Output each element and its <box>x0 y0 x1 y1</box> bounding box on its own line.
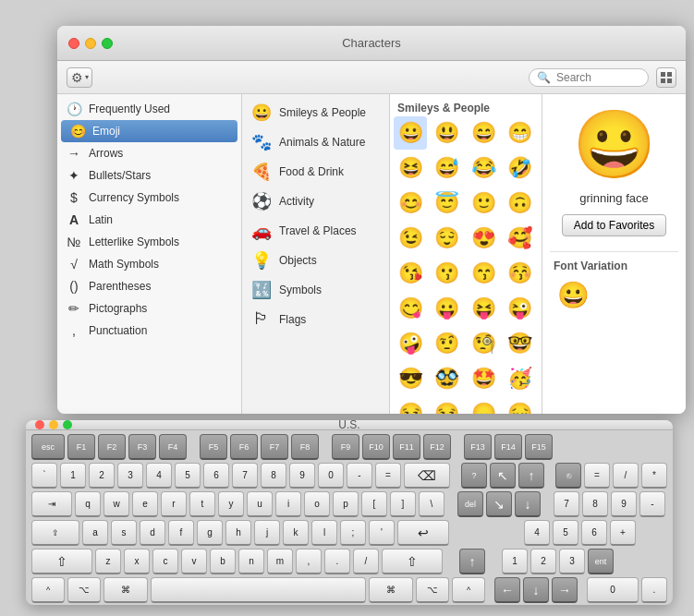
gear-button[interactable]: ⚙ ▾ <box>67 67 92 88</box>
key-num-plus[interactable]: + <box>610 520 636 546</box>
key-f15[interactable]: F15 <box>525 434 553 460</box>
category-activity[interactable]: ⚽ Activity <box>242 187 389 216</box>
emoji-cell[interactable]: 😝 <box>467 292 500 325</box>
emoji-cell[interactable]: 😌 <box>431 222 464 255</box>
emoji-cell[interactable]: 🤩 <box>467 362 500 395</box>
emoji-cell[interactable]: 😙 <box>467 257 500 290</box>
key-backslash[interactable]: \ <box>419 491 444 517</box>
key-x[interactable]: x <box>124 549 150 574</box>
key-f11[interactable]: F11 <box>393 434 420 460</box>
emoji-cell[interactable]: 😃 <box>431 116 464 150</box>
emoji-cell[interactable]: 😊 <box>394 187 427 220</box>
key-q[interactable]: q <box>75 491 101 517</box>
kb-close-button[interactable] <box>35 420 44 429</box>
kb-minimize-button[interactable] <box>49 420 58 429</box>
key-num-2[interactable]: 2 <box>530 549 556 574</box>
category-flags[interactable]: 🏳 Flags <box>242 305 389 333</box>
search-input[interactable] <box>556 71 640 84</box>
key-enter[interactable]: ↩ <box>397 520 449 546</box>
key-del[interactable]: del <box>457 491 483 517</box>
key-j[interactable]: j <box>254 520 280 546</box>
key-5[interactable]: 5 <box>175 463 201 489</box>
key-rbracket[interactable]: ] <box>390 491 416 517</box>
emoji-cell[interactable]: 🥳 <box>504 362 537 395</box>
key-f14[interactable]: F14 <box>494 434 522 460</box>
key-num-star[interactable]: * <box>641 463 667 489</box>
emoji-cell[interactable]: 😋 <box>394 292 427 325</box>
key-num-3[interactable]: 3 <box>559 549 585 574</box>
key-f6[interactable]: F6 <box>230 434 258 460</box>
emoji-cell[interactable]: 🙃 <box>504 187 537 220</box>
key-capslock[interactable]: ⇪ <box>31 520 79 546</box>
key-period[interactable]: . <box>324 549 350 574</box>
key-tab[interactable]: ⇥ <box>31 491 72 517</box>
key-lalt[interactable]: ⌥ <box>67 577 101 603</box>
sidebar-item-math[interactable]: √ Math Symbols <box>57 253 241 275</box>
key-y[interactable]: y <box>218 491 244 517</box>
key-esc[interactable]: esc <box>31 434 65 460</box>
key-f[interactable]: f <box>168 520 194 546</box>
emoji-cell[interactable]: 😁 <box>504 116 537 150</box>
key-ralt[interactable]: ⌥ <box>416 577 449 603</box>
key-lbracket[interactable]: [ <box>361 491 387 517</box>
category-symbols[interactable]: 🔣 Symbols <box>242 275 389 305</box>
key-3[interactable]: 3 <box>117 463 143 489</box>
key-f1[interactable]: F1 <box>67 434 95 460</box>
key-num-4[interactable]: 4 <box>524 520 550 546</box>
emoji-cell[interactable]: 😜 <box>504 292 537 325</box>
minimize-button[interactable] <box>85 38 96 49</box>
key-9[interactable]: 9 <box>289 463 315 489</box>
emoji-cell[interactable]: 🤨 <box>431 327 464 360</box>
key-t[interactable]: t <box>189 491 215 517</box>
emoji-cell[interactable]: 😅 <box>431 151 464 185</box>
key-home[interactable]: ↖ <box>490 463 516 489</box>
key-l[interactable]: l <box>311 520 337 546</box>
search-bar[interactable]: 🔍 <box>529 68 649 87</box>
emoji-cell[interactable]: 😄 <box>467 116 500 150</box>
sidebar-item-arrows[interactable]: → Arrows <box>57 142 241 164</box>
font-variation-emoji[interactable]: 😀 <box>550 280 590 310</box>
key-p[interactable]: p <box>333 491 359 517</box>
category-food[interactable]: 🍕 Food & Drink <box>242 157 389 187</box>
sidebar-item-bullets[interactable]: ✦ Bullets/Stars <box>57 164 241 187</box>
key-e[interactable]: e <box>132 491 158 517</box>
emoji-cell[interactable]: 😎 <box>394 362 427 395</box>
emoji-cell[interactable]: 🤣 <box>504 151 537 185</box>
emoji-cell[interactable]: 😛 <box>431 292 464 325</box>
key-semicolon[interactable]: ; <box>340 520 366 546</box>
key-num-enter[interactable]: ent <box>588 549 614 574</box>
key-f5[interactable]: F5 <box>200 434 227 460</box>
key-8[interactable]: 8 <box>261 463 286 489</box>
key-help[interactable]: ? <box>461 463 487 489</box>
key-0[interactable]: 0 <box>318 463 344 489</box>
emoji-cell[interactable]: 🧐 <box>467 327 500 360</box>
key-6[interactable]: 6 <box>203 463 229 489</box>
key-c[interactable]: c <box>152 549 178 574</box>
key-numlock[interactable]: ⎋ <box>555 463 581 489</box>
sidebar-item-parentheses[interactable]: () Parentheses <box>57 275 241 297</box>
key-u[interactable]: u <box>247 491 273 517</box>
key-w[interactable]: w <box>103 491 129 517</box>
key-minus[interactable]: - <box>347 463 372 489</box>
key-comma[interactable]: , <box>296 549 322 574</box>
key-pagedown[interactable]: ↓ <box>515 491 541 517</box>
key-7[interactable]: 7 <box>232 463 258 489</box>
category-objects[interactable]: 💡 Objects <box>242 246 389 275</box>
key-o[interactable]: o <box>304 491 330 517</box>
key-f13[interactable]: F13 <box>464 434 492 460</box>
category-travel[interactable]: 🚗 Travel & Places <box>242 216 389 246</box>
close-button[interactable] <box>68 38 79 49</box>
key-space[interactable] <box>151 577 366 603</box>
emoji-cell[interactable]: 🤪 <box>394 327 427 360</box>
emoji-cell[interactable]: 😍 <box>467 222 500 255</box>
key-num-dot[interactable]: . <box>641 577 667 603</box>
emoji-cell[interactable]: 😒 <box>431 397 464 414</box>
key-rshift[interactable]: ⇧ <box>382 549 443 574</box>
grid-view-button[interactable] <box>656 67 676 88</box>
emoji-cell[interactable]: 😗 <box>431 257 464 290</box>
key-g[interactable]: g <box>197 520 223 546</box>
key-num-0[interactable]: 0 <box>587 577 639 603</box>
key-num-slash[interactable]: / <box>613 463 639 489</box>
key-lctrl[interactable]: ^ <box>31 577 65 603</box>
key-lcmd[interactable]: ⌘ <box>103 577 148 603</box>
